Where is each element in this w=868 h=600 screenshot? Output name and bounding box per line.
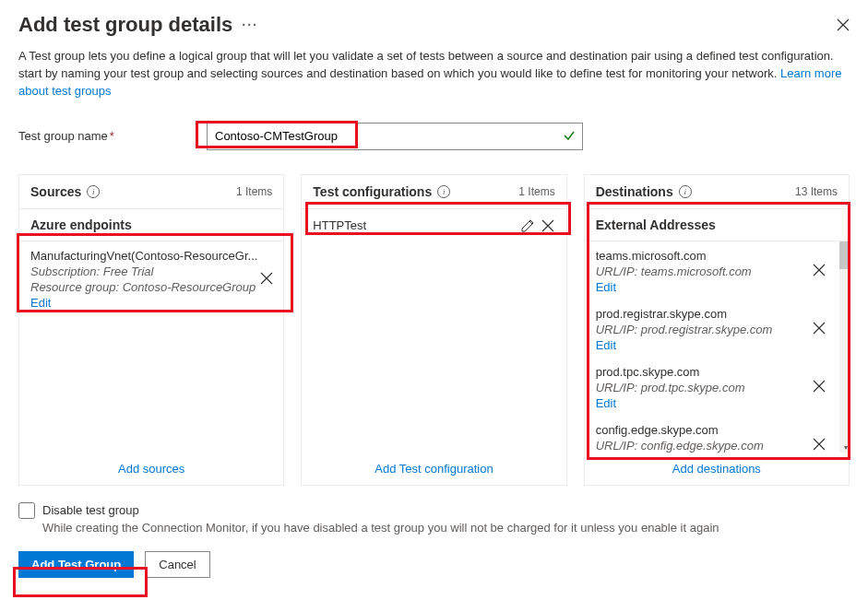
destination-remove-button[interactable] [812, 263, 826, 277]
sources-count: 1 Items [236, 185, 272, 198]
close-icon [541, 218, 555, 233]
close-icon [812, 321, 826, 335]
sources-section-title: Azure endpoints [19, 209, 283, 241]
disable-test-group-checkbox[interactable] [18, 502, 35, 519]
close-icon [812, 437, 826, 452]
edit-test-config-button[interactable] [520, 218, 535, 233]
test-configs-title: Test configurations [313, 184, 432, 199]
destinations-panel: Destinations i 13 Items External Address… [584, 174, 850, 486]
test-config-row: HTTPTest [302, 209, 565, 242]
destination-edit-link[interactable]: Edit [596, 396, 616, 410]
close-icon [259, 271, 274, 286]
info-icon[interactable]: i [679, 185, 692, 198]
test-configurations-panel: Test configurations i 1 Items HTTPTest A… [301, 174, 566, 486]
close-icon [812, 263, 826, 277]
test-config-name: HTTPTest [313, 218, 366, 232]
source-resource-group: Resource group: Contoso-ResourceGroup [30, 280, 272, 294]
test-group-name-input[interactable] [207, 123, 583, 150]
destination-remove-button[interactable] [812, 379, 826, 394]
destination-name: prod.tpc.skype.com [596, 365, 825, 379]
destination-name: teams.microsoft.com [596, 249, 825, 263]
page-title: Add test group details [18, 13, 232, 37]
add-destinations-link[interactable]: Add destinations [585, 453, 849, 485]
scrollbar-thumb[interactable] [839, 241, 849, 269]
source-remove-button[interactable] [259, 271, 274, 286]
close-icon [837, 18, 850, 31]
test-configs-count: 1 Items [518, 185, 554, 198]
add-test-config-link[interactable]: Add Test configuration [302, 453, 565, 485]
destination-edit-link[interactable]: Edit [596, 338, 616, 352]
source-subscription: Subscription: Free Trial [30, 265, 272, 278]
destination-entry: teams.microsoft.com URL/IP: teams.micros… [585, 241, 836, 300]
destinations-count: 13 Items [795, 185, 838, 198]
destination-entry: prod.tpc.skype.com URL/IP: prod.tpc.skyp… [585, 358, 836, 416]
sources-panel: Sources i 1 Items Azure endpoints Manufa… [18, 174, 284, 486]
scrollbar[interactable]: ▾ [839, 241, 849, 453]
destination-url: URL/IP: config.edge.skype.com [596, 439, 825, 453]
destination-name: prod.registrar.skype.com [596, 307, 825, 321]
description-text: A Test group lets you define a logical g… [18, 48, 850, 100]
disable-test-group-label: Disable test group [42, 503, 139, 517]
validation-check-icon [563, 129, 576, 142]
destination-url: URL/IP: prod.registrar.skype.com [596, 323, 825, 336]
destination-edit-link[interactable]: Edit [596, 280, 616, 294]
name-label: Test group name* [18, 129, 199, 143]
close-icon [812, 379, 826, 394]
sources-title: Sources [30, 184, 81, 199]
destination-remove-button[interactable] [812, 321, 826, 335]
destination-entry: prod.registrar.skype.com URL/IP: prod.re… [585, 300, 836, 358]
source-edit-link[interactable]: Edit [30, 296, 51, 310]
source-endpoint-name: ManufacturingVnet(Contoso-ResourceGr... [30, 249, 272, 263]
close-button[interactable] [837, 18, 850, 31]
disable-test-group-note: While creating the Connection Monitor, i… [42, 521, 850, 535]
scroll-arrow-down-icon[interactable]: ▾ [844, 443, 848, 452]
add-sources-link[interactable]: Add sources [19, 453, 283, 485]
info-icon[interactable]: i [87, 185, 100, 198]
info-icon[interactable]: i [437, 185, 450, 198]
source-endpoint-entry: ManufacturingVnet(Contoso-ResourceGr... … [19, 241, 283, 315]
destination-url: URL/IP: teams.microsoft.com [596, 265, 825, 278]
destinations-section-title: External Addresses [585, 209, 849, 241]
destinations-title: Destinations [596, 184, 673, 199]
destination-name: config.edge.skype.com [596, 423, 825, 437]
cancel-button[interactable]: Cancel [145, 551, 209, 578]
more-actions-button[interactable]: ··· [242, 18, 258, 32]
required-indicator: * [110, 129, 114, 143]
destination-entry: config.edge.skype.com URL/IP: config.edg… [585, 416, 836, 453]
add-test-group-button[interactable]: Add Test Group [18, 551, 134, 578]
remove-test-config-button[interactable] [541, 218, 555, 233]
destination-url: URL/IP: prod.tpc.skype.com [596, 381, 825, 394]
destination-remove-button[interactable] [812, 437, 826, 452]
pencil-icon [520, 218, 535, 233]
